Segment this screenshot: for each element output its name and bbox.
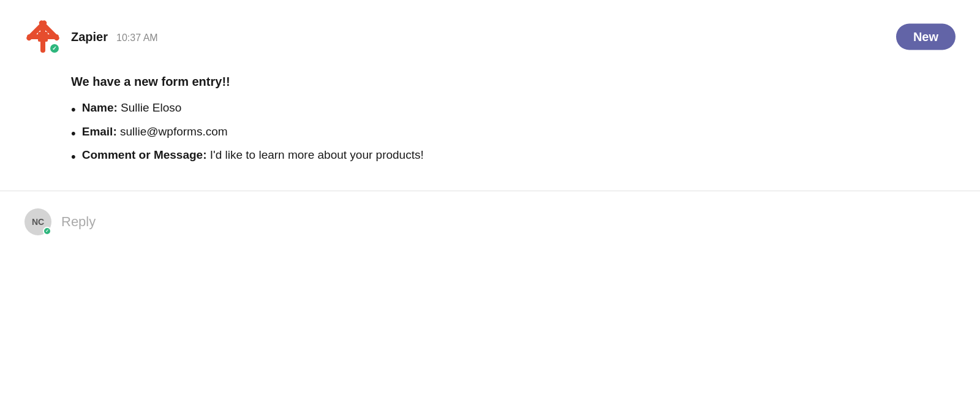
svg-rect-4 (38, 32, 48, 42)
field-comment: Comment or Message: I'd like to learn mo… (82, 148, 424, 162)
message-title: We have a new form entry!! (71, 75, 956, 89)
field-value: I'd like to learn more about your produc… (210, 148, 424, 161)
list-item: • Comment or Message: I'd like to learn … (71, 148, 956, 166)
reply-label[interactable]: Reply (61, 214, 96, 230)
new-badge: New (896, 24, 956, 50)
field-value: Sullie Eloso (121, 101, 181, 114)
list-item: • Name: Sullie Eloso (71, 101, 956, 119)
message-time: 10:37 AM (116, 32, 158, 44)
user-online-badge (43, 227, 51, 235)
message-container: Zapier 10:37 AM New We have a new form e… (0, 0, 980, 166)
field-name: Name: Sullie Eloso (82, 101, 182, 115)
field-label: Comment or Message: (82, 148, 207, 161)
field-label: Name: (82, 101, 118, 114)
bullet-icon: • (71, 101, 76, 119)
user-avatar: NC (24, 208, 51, 235)
list-item: • Email: sullie@wpforms.com (71, 125, 956, 143)
message-list: • Name: Sullie Eloso • Email: sullie@wpf… (71, 101, 956, 166)
sender-online-badge (49, 43, 60, 54)
reply-area[interactable]: NC Reply (0, 191, 980, 253)
sender-info: Zapier 10:37 AM (71, 30, 158, 44)
sender-avatar (24, 18, 61, 55)
message-body: We have a new form entry!! • Name: Sulli… (24, 75, 956, 166)
field-email: Email: sullie@wpforms.com (82, 125, 228, 139)
field-value: sullie@wpforms.com (120, 125, 228, 138)
bullet-icon: • (71, 125, 76, 143)
bullet-icon: • (71, 148, 76, 166)
sender-name: Zapier (71, 30, 108, 44)
message-header: Zapier 10:37 AM New (24, 18, 956, 55)
field-label: Email: (82, 125, 117, 138)
